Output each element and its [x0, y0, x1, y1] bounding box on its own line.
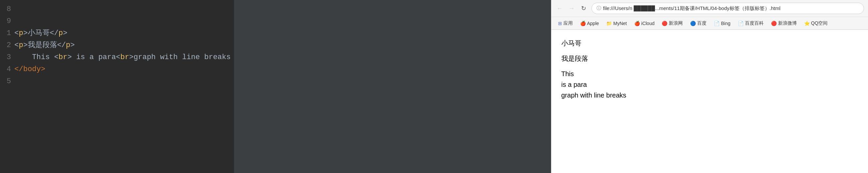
content-line-2: 我是段落 — [561, 53, 858, 64]
baidu-icon: 🔵 — [690, 21, 696, 26]
address-text: file:///Users/n ██████...ments/11期备课/HTM… — [603, 5, 781, 12]
address-bar[interactable]: ⓘ file:///Users/n ██████...ments/11期备课/H… — [591, 3, 864, 14]
bookmark-mynet-label: MyNet — [613, 21, 627, 26]
line-num: 5 — [7, 75, 11, 88]
bookmark-apple[interactable]: 🍎 Apple — [578, 20, 602, 27]
bookmark-sina[interactable]: 🔴 新浪网 — [659, 20, 685, 27]
nav-bar: ← → ↻ ⓘ file:///Users/n ██████...ments/1… — [551, 0, 868, 17]
code-content: <p>小马哥</p> <p>我是段落</p> This <br> is a pa… — [14, 3, 234, 170]
forward-button[interactable]: → — [567, 4, 576, 13]
content-line-4: is a para — [561, 79, 858, 90]
lock-icon: ⓘ — [596, 5, 601, 11]
editor-spacer — [234, 0, 551, 173]
line-num: 4 — [7, 64, 11, 75]
sina-icon: 🔴 — [662, 21, 668, 26]
line-num: 1 — [7, 27, 11, 39]
bookmark-mynet[interactable]: 📁 MyNet — [603, 20, 629, 27]
bookmark-apple-label: Apple — [587, 21, 599, 26]
refresh-button[interactable]: ↻ — [580, 4, 588, 13]
bookmark-icloud[interactable]: 🍎 iCloud — [631, 20, 657, 27]
content-p3: This is a para graph with line breaks — [561, 68, 858, 101]
bookmark-apps-label: 应用 — [563, 21, 573, 26]
code-line-br: This <br> is a para<br>graph with line b… — [14, 51, 231, 64]
browser-window: ← → ↻ ⓘ file:///Users/n ██████...ments/1… — [551, 0, 868, 173]
line-num: 8 — [7, 3, 11, 15]
bookmark-baidu-label: 百度 — [697, 21, 707, 26]
bookmark-apps[interactable]: ⊞ 应用 — [555, 20, 576, 27]
baidubaike-icon: 📄 — [738, 21, 744, 26]
bookmark-baidu[interactable]: 🔵 百度 — [687, 20, 709, 27]
code-line-body: </body> — [14, 64, 231, 75]
line-numbers: 8 9 1 2 3 4 5 — [0, 3, 14, 170]
folder-icon: 📁 — [606, 21, 612, 26]
bookmark-weibo[interactable]: 🔴 新浪微博 — [768, 20, 800, 27]
content-line-1: 小马哥 — [561, 38, 858, 48]
code-editor: 8 9 1 2 3 4 5 <p>小马哥</p> <p>我是段落</p> Thi… — [0, 0, 234, 173]
content-line-3: This — [561, 68, 858, 79]
browser-content: 小马哥 我是段落 This is a para graph with line … — [551, 30, 868, 173]
back-button[interactable]: ← — [555, 4, 564, 13]
bookmark-baidubaike-label: 百度百科 — [745, 21, 764, 26]
apps-icon: ⊞ — [558, 21, 562, 26]
code-line-p2: <p>我是段落</p> — [14, 39, 231, 51]
browser-toolbar: ← → ↻ ⓘ file:///Users/n ██████...ments/1… — [551, 0, 868, 30]
qq-icon: ⭐ — [804, 21, 810, 26]
line-num: 3 — [7, 51, 11, 64]
content-line-5: graph with line breaks — [561, 90, 858, 101]
content-p1: 小马哥 — [561, 38, 858, 48]
content-p2: 我是段落 — [561, 53, 858, 64]
bookmark-bing-label: Bing — [721, 21, 730, 26]
bookmark-sina-label: 新浪网 — [669, 21, 683, 26]
code-line-p1: <p>小马哥</p> — [14, 27, 231, 39]
bookmark-baidubaike[interactable]: 📄 百度百科 — [735, 20, 766, 27]
bookmark-qq-label: QQ空间 — [811, 21, 828, 26]
bookmark-bing[interactable]: 📄 Bing — [711, 20, 733, 27]
bookmark-qq[interactable]: ⭐ QQ空间 — [802, 20, 831, 27]
bookmark-icloud-label: iCloud — [641, 21, 655, 26]
line-num: 9 — [7, 15, 11, 27]
icloud-icon: 🍎 — [634, 21, 640, 26]
line-num: 2 — [7, 39, 11, 51]
weibo-icon: 🔴 — [771, 21, 777, 26]
bookmark-weibo-label: 新浪微博 — [778, 21, 797, 26]
bookmarks-bar: ⊞ 应用 🍎 Apple 📁 MyNet 🍎 iCloud 🔴 新浪网 🔵 — [551, 17, 868, 29]
bing-icon: 📄 — [714, 21, 719, 26]
apple-icon: 🍎 — [580, 21, 586, 26]
